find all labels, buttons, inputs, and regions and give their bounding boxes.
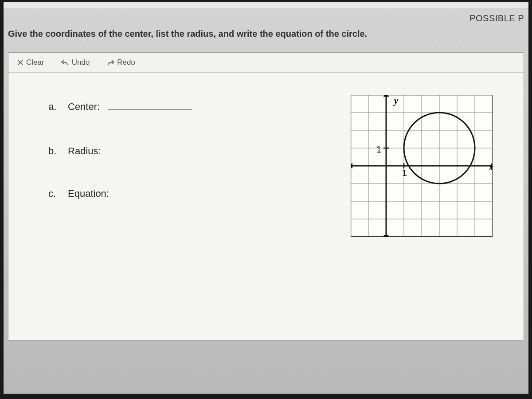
question-instruction: Give the coordinates of the center, list… (0, 9, 532, 48)
prompt-b-letter: b. (48, 145, 60, 157)
prompt-b-label: Radius: (68, 145, 101, 157)
x-icon (17, 59, 23, 66)
x-axis-label: x (489, 162, 493, 172)
svg-marker-25 (351, 163, 352, 168)
graph-svg (351, 95, 493, 237)
window-header-strip (0, 0, 532, 9)
answer-panel: Clear Undo Redo a. Center: b. Radius: (8, 52, 524, 340)
prompt-c-letter: c. (48, 188, 60, 200)
coordinate-graph: y x 1 1 (351, 95, 493, 237)
possible-points-label: POSSIBLE P (469, 13, 524, 23)
redo-button[interactable]: Redo (106, 58, 135, 67)
undo-label: Undo (72, 58, 90, 67)
prompt-center: a. Center: (48, 99, 192, 113)
redo-label: Redo (117, 58, 135, 67)
graph-container: y x 1 1 (351, 90, 506, 237)
editor-toolbar: Clear Undo Redo (8, 53, 524, 73)
prompt-a-letter: a. (48, 101, 60, 113)
clear-button[interactable]: Clear (17, 58, 44, 67)
redo-icon (106, 59, 114, 66)
undo-icon (61, 59, 69, 66)
content-area: a. Center: b. Radius: c. Equation: (8, 73, 524, 237)
svg-marker-24 (383, 235, 389, 237)
undo-button[interactable]: Undo (61, 58, 90, 67)
answer-prompts: a. Center: b. Radius: c. Equation: (48, 90, 192, 237)
prompt-a-label: Center: (68, 101, 100, 113)
svg-marker-23 (383, 95, 389, 97)
prompt-radius: b. Radius: (48, 144, 192, 157)
prompt-equation: c. Equation: (48, 188, 192, 200)
prompt-c-label: Equation: (68, 188, 109, 200)
y-axis-label: y (394, 96, 398, 106)
y-tick-1: 1 (376, 145, 381, 155)
clear-label: Clear (26, 58, 44, 67)
x-tick-1: 1 (402, 168, 407, 178)
center-input-blank[interactable] (108, 99, 192, 110)
radius-input-blank[interactable] (109, 144, 162, 154)
